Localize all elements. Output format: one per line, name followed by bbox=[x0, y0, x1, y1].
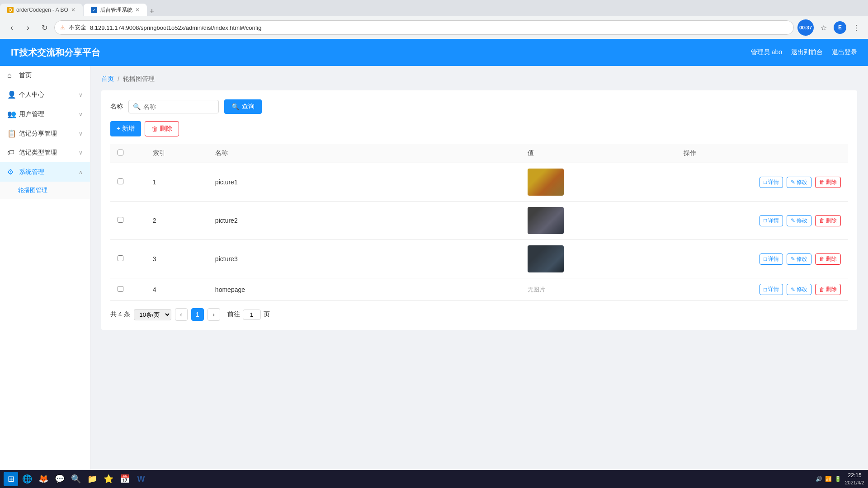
taskbar-firefox[interactable]: 🦊 bbox=[36, 472, 51, 486]
row-index-3: 3 bbox=[146, 240, 208, 278]
del-icon-4: 🗑 bbox=[819, 286, 825, 293]
table-row: 1 picture1 □ 详情 ✎ 修改 🗑 删除 bbox=[110, 163, 848, 202]
row-checkbox-cell bbox=[110, 163, 146, 202]
taskbar-word[interactable]: W bbox=[134, 472, 148, 486]
row-checkbox-cell bbox=[110, 240, 146, 278]
logout-front-link[interactable]: 退出到前台 bbox=[791, 48, 823, 56]
delete-button-4[interactable]: 🗑 删除 bbox=[815, 284, 841, 295]
detail-button-1[interactable]: □ 详情 bbox=[760, 177, 783, 188]
user-avatar: E bbox=[834, 21, 846, 34]
detail-button-2[interactable]: □ 详情 bbox=[760, 215, 783, 226]
profile-button[interactable]: E bbox=[834, 21, 846, 34]
add-button[interactable]: + 新增 bbox=[110, 121, 141, 136]
tab-close-1[interactable]: ✕ bbox=[71, 7, 75, 13]
breadcrumb-current: 轮播图管理 bbox=[123, 75, 155, 83]
row-checkbox-3[interactable] bbox=[118, 255, 123, 261]
sidebar-profile-label: 个人中心 bbox=[19, 91, 44, 99]
taskbar-star[interactable]: ⭐ bbox=[101, 472, 116, 486]
back-button[interactable]: ‹ bbox=[5, 21, 18, 34]
reload-button[interactable]: ↻ bbox=[38, 21, 51, 34]
speaker-icon[interactable]: 🔊 bbox=[816, 476, 822, 482]
row-checkbox-4[interactable] bbox=[118, 286, 123, 292]
sidebar-item-note-types[interactable]: 🏷 笔记类型管理 ∨ bbox=[0, 143, 90, 162]
new-tab-button[interactable]: + bbox=[150, 7, 155, 16]
col-name: 名称 bbox=[208, 144, 520, 163]
delete-button-2[interactable]: 🗑 删除 bbox=[815, 215, 841, 226]
taskbar-clock: 22:15 2021/4/2 bbox=[845, 472, 864, 486]
next-page-button[interactable]: › bbox=[208, 308, 220, 321]
edit-icon-1: ✎ bbox=[791, 179, 795, 185]
breadcrumb-home[interactable]: 首页 bbox=[101, 75, 114, 83]
sidebar-item-profile[interactable]: 👤 个人中心 ∨ bbox=[0, 85, 90, 104]
delete-button-3[interactable]: 🗑 删除 bbox=[815, 253, 841, 265]
batch-delete-button[interactable]: 🗑 删除 bbox=[145, 121, 179, 136]
carousel-label: 轮播图管理 bbox=[18, 186, 47, 194]
edit-button-2[interactable]: ✎ 修改 bbox=[787, 215, 811, 226]
content-area: 首页 / 轮播图管理 名称 🔍 🔍 查询 bbox=[90, 66, 868, 488]
row-name-3: picture3 bbox=[208, 240, 520, 278]
bookmark-star-button[interactable]: ☆ bbox=[817, 21, 830, 34]
taskbar-calendar[interactable]: 📅 bbox=[118, 472, 132, 486]
row-checkbox-2[interactable] bbox=[118, 217, 123, 223]
breadcrumb-separator: / bbox=[118, 75, 119, 83]
sidebar-item-notes[interactable]: 📋 笔记分享管理 ∨ bbox=[0, 124, 90, 143]
table-row: 2 picture2 □ 详情 ✎ 修改 🗑 删除 bbox=[110, 202, 848, 240]
search-input[interactable] bbox=[128, 100, 219, 113]
detail-label-1: 详情 bbox=[768, 178, 779, 186]
detail-button-3[interactable]: □ 详情 bbox=[760, 253, 783, 265]
notetypes-arrow-icon: ∨ bbox=[79, 150, 83, 156]
detail-button-4[interactable]: □ 详情 bbox=[760, 284, 783, 295]
edit-button-1[interactable]: ✎ 修改 bbox=[787, 177, 811, 188]
edit-button-4[interactable]: ✎ 修改 bbox=[787, 284, 811, 295]
browser-tab-2[interactable]: ✓ 后台管理系统 ✕ bbox=[84, 4, 147, 16]
col-value: 值 bbox=[520, 144, 676, 163]
network-icon[interactable]: 📶 bbox=[825, 476, 832, 482]
address-bar[interactable]: ⚠ 不安全 8.129.11.174:9008/springboot1o52x/… bbox=[54, 20, 794, 35]
taskbar-files[interactable]: 📁 bbox=[85, 472, 99, 486]
start-button[interactable]: ⊞ bbox=[4, 472, 18, 486]
action-buttons: + 新增 🗑 删除 bbox=[110, 121, 848, 136]
del-label-4: 删除 bbox=[826, 286, 837, 293]
search-button[interactable]: 🔍 查询 bbox=[224, 99, 262, 114]
del-icon-1: 🗑 bbox=[819, 179, 825, 185]
sidebar-notes-label: 笔记分享管理 bbox=[19, 130, 57, 138]
pagination-bar: 共 4 条 10条/页 20条/页 50条/页 ‹ 1 › 前往 页 bbox=[110, 308, 848, 321]
note-types-icon: 🏷 bbox=[7, 149, 15, 157]
browser-tab-1[interactable]: O orderCodegen - A BO ✕ bbox=[0, 4, 83, 16]
goto-input[interactable] bbox=[243, 310, 261, 320]
sidebar-users-label: 用户管理 bbox=[19, 110, 44, 118]
row-actions-4: □ 详情 ✎ 修改 🗑 删除 bbox=[676, 278, 848, 301]
sidebar-item-home[interactable]: ⌂ 首页 bbox=[0, 66, 90, 85]
row-checkbox-1[interactable] bbox=[118, 178, 123, 184]
page-size-select[interactable]: 10条/页 20条/页 50条/页 bbox=[134, 309, 171, 320]
logout-link[interactable]: 退出登录 bbox=[832, 48, 857, 56]
taskbar-edge[interactable]: 🌐 bbox=[20, 472, 34, 486]
edit-label-4: 修改 bbox=[797, 286, 807, 293]
row-checkbox-cell bbox=[110, 278, 146, 301]
sidebar-item-system[interactable]: ⚙ 系统管理 ∧ bbox=[0, 162, 90, 182]
select-all-checkbox[interactable] bbox=[118, 150, 123, 155]
system-icon: ⚙ bbox=[7, 168, 15, 176]
prev-page-button[interactable]: ‹ bbox=[175, 308, 188, 321]
sidebar-item-carousel[interactable]: 轮播图管理 bbox=[0, 182, 90, 199]
taskbar-search[interactable]: 🔍 bbox=[69, 472, 83, 486]
detail-icon-3: □ bbox=[764, 256, 767, 262]
taskbar-chat[interactable]: 💬 bbox=[52, 472, 67, 486]
battery-icon[interactable]: 🔋 bbox=[835, 476, 841, 482]
pagination-goto: 前往 页 bbox=[227, 310, 270, 320]
row-image-3 bbox=[528, 245, 564, 272]
page-unit: 页 bbox=[264, 310, 270, 319]
tab-close-2[interactable]: ✕ bbox=[135, 7, 140, 13]
row-name-4: homepage bbox=[208, 278, 520, 301]
taskbar: ⊞ 🌐 🦊 💬 🔍 📁 ⭐ 📅 W 🔊 📶 🔋 22:15 2021/4/2 bbox=[0, 470, 868, 488]
edit-button-3[interactable]: ✎ 修改 bbox=[787, 253, 811, 265]
sidebar-item-users[interactable]: 👥 用户管理 ∨ bbox=[0, 104, 90, 124]
menu-button[interactable]: ⋮ bbox=[850, 21, 863, 34]
tab-label-2: 后台管理系统 bbox=[100, 6, 132, 14]
header-actions: 管理员 abo 退出到前台 退出登录 bbox=[751, 48, 857, 56]
page-1-button[interactable]: 1 bbox=[191, 308, 204, 321]
delete-button-1[interactable]: 🗑 删除 bbox=[815, 177, 841, 188]
users-arrow-icon: ∨ bbox=[79, 111, 83, 117]
forward-button[interactable]: › bbox=[22, 21, 34, 34]
notes-arrow-icon: ∨ bbox=[79, 131, 83, 137]
